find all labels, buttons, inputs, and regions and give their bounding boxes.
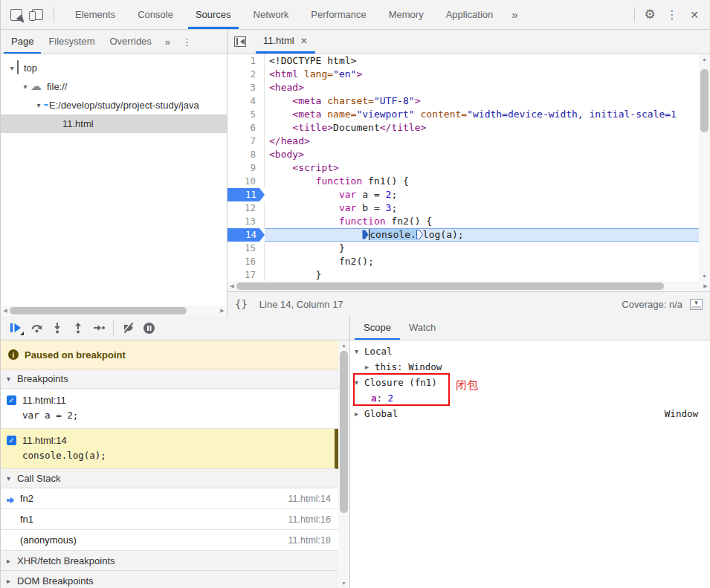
sidebar-horizontal-scrollbar[interactable]: ◀ ▶ [1, 306, 227, 316]
line-number[interactable]: 7 [227, 135, 265, 148]
inspect-element-icon[interactable] [5, 4, 28, 25]
code-text[interactable]: <!DOCTYPE html> [265, 54, 699, 68]
step-button[interactable] [88, 318, 109, 337]
line-number[interactable]: 5 [227, 108, 265, 121]
code-text[interactable]: } [265, 242, 699, 255]
scrollbar-thumb[interactable] [10, 307, 187, 314]
code-text[interactable]: var b = 3; [265, 201, 699, 215]
scrollbar-thumb[interactable] [700, 69, 709, 132]
chevron-down-icon[interactable]: ▾ [33, 101, 44, 109]
scroll-left-icon[interactable]: ◀ [1, 308, 10, 314]
line-number[interactable]: 1 [227, 54, 265, 68]
step-out-button[interactable] [68, 318, 88, 337]
line-number[interactable]: 2 [227, 68, 265, 81]
code-text[interactable]: <head> [265, 81, 699, 94]
code-text[interactable]: } [265, 268, 699, 281]
line-number[interactable]: 4 [227, 94, 265, 108]
scope-global-row[interactable]: ▸ Global Window [350, 406, 710, 421]
scope-variable-row[interactable]: a: 2 [350, 390, 710, 406]
line-number[interactable]: 17 [227, 268, 265, 281]
tab-11-html[interactable]: 11.html ✕ [256, 30, 315, 54]
tree-item-11-html[interactable]: 11.html [1, 114, 227, 133]
chevron-right-icon[interactable]: ▸ [365, 363, 375, 371]
code-text[interactable]: function fn1() { [265, 175, 699, 188]
scroll-down-icon[interactable]: ▼ [699, 274, 710, 279]
tab-network[interactable]: Network [246, 0, 297, 29]
code-text[interactable]: console.log(a); [265, 228, 699, 242]
deactivate-breakpoints-button[interactable] [117, 318, 138, 337]
tree-item-e-develop-study-project-study-java[interactable]: ▾E:/develop/study/project-study/java [1, 96, 227, 114]
code-text[interactable]: <meta charset="UTF-8"> [265, 94, 699, 108]
navigator-menu-icon[interactable]: ⋮ [176, 30, 198, 54]
code-text[interactable]: </head> [265, 135, 699, 148]
code-text[interactable]: <script> [265, 161, 699, 175]
debugger-vertical-scrollbar[interactable]: ▲ ▼ [338, 340, 349, 588]
device-toolbar-icon[interactable] [28, 4, 50, 25]
tab-watch[interactable]: Watch [400, 316, 445, 340]
line-number[interactable]: 9 [227, 161, 265, 175]
breakpoints-section-header[interactable]: ▾Breakpoints [1, 369, 338, 389]
tab-performance[interactable]: Performance [303, 0, 373, 29]
chevron-down-icon[interactable]: ▾ [7, 64, 17, 72]
code-text[interactable]: var a = 2; [265, 188, 699, 201]
tab-scope[interactable]: Scope [355, 316, 400, 340]
code-text[interactable]: <body> [265, 148, 699, 161]
pause-on-exceptions-button[interactable] [138, 318, 159, 337]
scroll-up-icon[interactable]: ▲ [338, 343, 349, 348]
code-text[interactable]: <title>Document</title> [265, 121, 699, 135]
collapse-sidebar-button[interactable] [227, 30, 253, 54]
navigator-tab-overrides[interactable]: Overrides [103, 30, 159, 54]
scope-this-row[interactable]: ▸ this: Window [350, 359, 710, 375]
call-stack-section-header[interactable]: ▾Call Stack [1, 469, 338, 488]
pretty-print-icon[interactable]: {} [235, 298, 248, 310]
tree-item-file[interactable]: ▾☁file:// [1, 77, 227, 96]
execution-position-marker-icon[interactable] [362, 230, 369, 242]
chevron-down-icon[interactable]: ▾ [355, 378, 364, 387]
tab-elements[interactable]: Elements [68, 0, 123, 29]
line-number[interactable]: 15 [227, 242, 265, 255]
chevron-down-icon[interactable]: ▾ [20, 83, 30, 91]
code-text[interactable]: fn2(); [265, 255, 699, 268]
scroll-left-icon[interactable]: ◀ [227, 283, 236, 289]
step-into-button[interactable] [47, 318, 68, 337]
main-menu-button[interactable]: ⋮ [661, 4, 683, 25]
tree-item-top[interactable]: ▾top [1, 59, 227, 77]
navigator-tab-filesystem[interactable]: Filesystem [41, 30, 102, 54]
editor-horizontal-scrollbar[interactable]: ◀ ▶ [227, 281, 710, 291]
breakpoint-checkbox[interactable]: ✓ [7, 436, 16, 445]
xhr-fetch-breakpoints-section-header[interactable]: ▸XHR/fetch Breakpoints [1, 551, 338, 571]
chevron-down-icon[interactable]: ▾ [355, 347, 364, 355]
call-stack-frame-anonymous[interactable]: (anonymous)11.html:18 [1, 530, 338, 551]
coverage-drawer-icon[interactable]: ▼ [690, 299, 703, 310]
step-over-button[interactable] [26, 318, 47, 337]
line-number[interactable]: 8 [227, 148, 265, 161]
code-text[interactable]: function fn2() { [265, 215, 699, 228]
dom-breakpoints-section-header[interactable]: ▸DOM Breakpoints [1, 571, 338, 588]
breakpoint-line-number[interactable]: 14 [227, 228, 265, 242]
line-number[interactable]: 3 [227, 81, 265, 94]
line-number[interactable]: 6 [227, 121, 265, 135]
line-number[interactable]: 13 [227, 215, 265, 228]
settings-button[interactable]: ⚙ [639, 4, 661, 25]
scope-local-row[interactable]: ▾ Local [350, 343, 710, 359]
breakpoint-line-number[interactable]: 11 [227, 188, 265, 201]
tab-sources[interactable]: Sources [188, 0, 239, 29]
scrollbar-thumb[interactable] [236, 282, 664, 290]
more-tabs-chevron-icon[interactable]: » [159, 30, 176, 54]
breakpoint-item[interactable]: ✓11.html:14console.log(a); [1, 429, 338, 469]
close-devtools-button[interactable]: ✕ [683, 4, 706, 25]
code-text[interactable]: <meta name="viewport" content="width=dev… [265, 108, 699, 121]
call-stack-frame-fn2[interactable]: fn211.html:14 [1, 488, 338, 509]
breakpoint-item[interactable]: ✓11.html:11var a = 2; [1, 389, 338, 429]
chevron-right-icon[interactable]: ▸ [355, 410, 364, 418]
scope-closure-row[interactable]: ▾ Closure (fn1) [350, 375, 710, 390]
code-text[interactable]: <html lang="en"> [265, 68, 699, 81]
more-tabs-chevron-icon[interactable]: » [504, 8, 525, 21]
inline-breakpoint-marker-icon[interactable] [416, 230, 423, 242]
line-number[interactable]: 16 [227, 255, 265, 268]
scroll-right-icon[interactable]: ▶ [218, 308, 227, 314]
resume-script-button[interactable] [5, 318, 26, 337]
scroll-right-icon[interactable]: ▶ [701, 283, 710, 289]
scroll-down-icon[interactable]: ▼ [338, 581, 349, 586]
navigator-tab-page[interactable]: Page [4, 30, 41, 54]
